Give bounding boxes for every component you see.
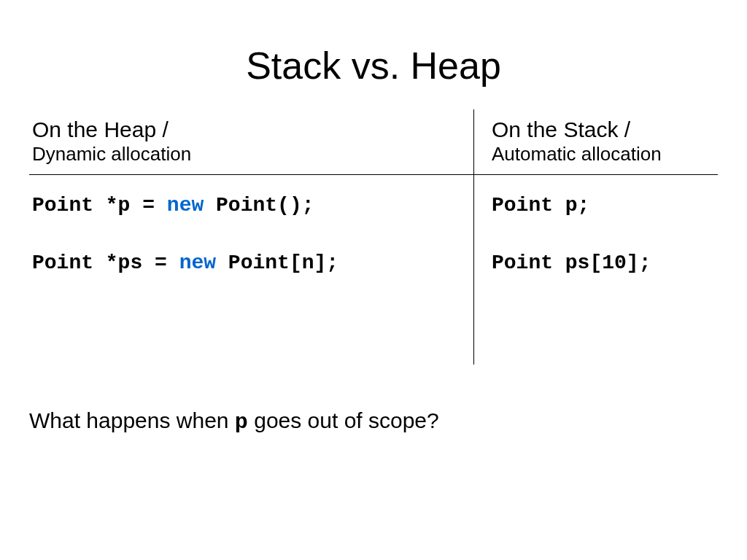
heap-code-line-2: Point *ps = new Point[n]; [32, 252, 473, 274]
heap-column-header: On the Heap / Dynamic allocation [29, 109, 474, 174]
stack-code-line-2: Point ps[10]; [492, 252, 718, 274]
heap-header-sub: Dynamic allocation [32, 143, 473, 166]
question-variable: p [235, 410, 248, 435]
heap-code-column: Point *p = new Point(); Point *ps = new … [29, 175, 474, 365]
stack-code-column: Point p; Point ps[10]; [474, 175, 718, 365]
stack-code-line-1: Point p; [492, 194, 718, 217]
comparison-table: On the Heap / Dynamic allocation On the … [29, 109, 718, 365]
question-text: What happens when p goes out of scope? [29, 408, 747, 435]
stack-header-sub: Automatic allocation [492, 143, 718, 166]
heap-code-line-1: Point *p = new Point(); [32, 194, 473, 217]
table-body: Point *p = new Point(); Point *ps = new … [29, 175, 718, 365]
stack-column-header: On the Stack / Automatic allocation [474, 109, 718, 174]
stack-header-main: On the Stack / [492, 117, 718, 143]
table-header-row: On the Heap / Dynamic allocation On the … [29, 109, 718, 175]
slide-title: Stack vs. Heap [0, 0, 747, 109]
heap-header-main: On the Heap / [32, 117, 473, 143]
